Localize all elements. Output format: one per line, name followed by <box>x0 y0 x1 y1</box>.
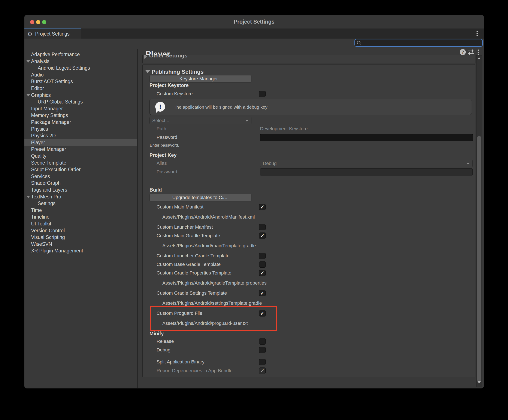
build-row-checkbox[interactable] <box>259 204 265 210</box>
key-password-input[interactable] <box>260 168 473 175</box>
select-value: Select... <box>152 117 169 124</box>
info-box: ! The application will be signed with a … <box>149 99 472 115</box>
build-row-checkbox[interactable] <box>259 232 265 239</box>
custom-keystore-checkbox[interactable] <box>259 91 265 97</box>
build-row-checkbox[interactable] <box>259 224 265 230</box>
titlebar: Project Settings <box>24 15 484 29</box>
alias-dropdown[interactable]: Debug <box>260 160 473 167</box>
settings-category-sidebar: Adaptive PerformanceAnalysisAndroid Logc… <box>24 49 138 388</box>
expander-arrow-icon[interactable] <box>26 196 30 198</box>
build-row-checkbox[interactable] <box>259 310 265 316</box>
sidebar-item[interactable]: Graphics <box>24 92 137 98</box>
sidebar-item[interactable]: Burst AOT Settings <box>24 78 137 85</box>
help-icon[interactable]: ? <box>460 49 466 55</box>
expander-arrow-icon[interactable] <box>26 94 30 97</box>
sidebar-item-label: Player <box>31 140 45 145</box>
kebab-menu-icon[interactable] <box>477 31 478 32</box>
project-settings-window: Project Settings ⚙ Project Settings Adap… <box>24 15 484 388</box>
gear-icon: ⚙ <box>27 31 32 38</box>
section-publishing-settings: Publishing Settings Keystore Manager... … <box>142 64 475 377</box>
sidebar-item[interactable]: XR Plugin Management <box>24 247 137 254</box>
build-row-path: Assets/Plugins/Android/settingsTemplate.… <box>162 300 262 307</box>
build-row-checkbox[interactable] <box>259 261 265 268</box>
expander-arrow-icon[interactable] <box>26 60 30 63</box>
build-row-checkbox[interactable] <box>259 290 265 296</box>
sidebar-item[interactable]: Package Manager <box>24 119 137 126</box>
sidebar-item[interactable]: URP Global Settings <box>24 98 137 105</box>
sidebar-item[interactable]: Player <box>24 139 137 146</box>
sidebar-item[interactable]: Script Execution Order <box>24 166 137 173</box>
alias-label: Alias <box>156 160 167 166</box>
sidebar-item[interactable]: Android Logcat Settings <box>24 65 137 71</box>
scrollbar-thumb[interactable] <box>477 136 481 382</box>
keystore-password-input[interactable] <box>260 134 473 141</box>
sidebar-item-label: Settings <box>38 201 55 206</box>
minify-release-label: Release <box>156 338 174 345</box>
sidebar-item-label: Input Manager <box>31 106 63 112</box>
kebab-menu-icon[interactable] <box>478 50 484 56</box>
presets-icon[interactable] <box>468 49 474 56</box>
minify-debug-label: Debug <box>156 347 170 353</box>
sidebar-item-label: XR Plugin Management <box>31 248 83 254</box>
vertical-scrollbar[interactable] <box>476 55 482 387</box>
sidebar-item[interactable]: Quality <box>24 153 137 159</box>
split-application-binary-checkbox[interactable] <box>259 359 265 365</box>
sidebar-item[interactable]: TextMesh Pro <box>24 193 137 200</box>
sidebar-item[interactable]: UI Toolkit <box>24 220 137 227</box>
sidebar-item[interactable]: Physics <box>24 126 137 132</box>
sidebar-item-label: Graphics <box>31 92 51 98</box>
sidebar-item-label: Scene Template <box>31 160 66 166</box>
tab-project-settings[interactable]: ⚙ Project Settings <box>24 29 81 38</box>
info-icon: ! <box>155 102 165 112</box>
section-other-settings[interactable]: Other Settings <box>142 55 475 63</box>
scroll-down-arrow-icon[interactable] <box>477 381 481 383</box>
sidebar-item[interactable]: Scene Template <box>24 159 137 166</box>
sidebar-item[interactable]: Version Control <box>24 227 137 234</box>
sidebar-item[interactable]: WiseSVN <box>24 241 137 248</box>
build-row-checkbox[interactable] <box>259 253 265 259</box>
build-row-label: Custom Proguard File <box>156 310 202 316</box>
sidebar-item[interactable]: Input Manager <box>24 105 137 112</box>
upgrade-templates-button[interactable]: Upgrade templates to C#... <box>149 194 251 202</box>
sidebar-item[interactable]: Physics 2D <box>24 132 137 139</box>
sidebar-item[interactable]: Memory Settings <box>24 112 137 119</box>
build-row-label: Custom Launcher Gradle Template <box>156 253 230 259</box>
key-password-label: Password <box>156 169 177 175</box>
section-title[interactable]: Publishing Settings <box>152 68 204 75</box>
search-input[interactable] <box>363 40 479 46</box>
sidebar-item-label: TextMesh Pro <box>31 194 61 200</box>
build-row-label: Custom Base Gradle Template <box>156 261 221 268</box>
sidebar-item[interactable]: ShaderGraph <box>24 180 137 187</box>
keystore-select-dropdown[interactable]: Select... <box>149 117 251 124</box>
path-label: Path <box>156 126 166 132</box>
custom-keystore-label: Custom Keystore <box>156 91 193 97</box>
sidebar-list: Adaptive PerformanceAnalysisAndroid Logc… <box>24 49 137 388</box>
scroll-up-arrow-icon[interactable] <box>477 57 481 59</box>
sidebar-item[interactable]: Audio <box>24 71 137 78</box>
sidebar-item[interactable]: Editor <box>24 85 137 92</box>
minify-debug-checkbox[interactable] <box>259 347 265 353</box>
sidebar-item[interactable]: Services <box>24 173 137 180</box>
tab-label: Project Settings <box>35 29 70 38</box>
sidebar-item[interactable]: Adaptive Performance <box>24 51 137 58</box>
sidebar-item-label: Package Manager <box>31 119 71 125</box>
sidebar-item[interactable]: Time <box>24 207 137 214</box>
sidebar-item-label: UI Toolkit <box>31 221 51 226</box>
keystore-manager-button[interactable]: Keystore Manager... <box>149 75 251 82</box>
minify-release-checkbox[interactable] <box>259 338 265 345</box>
sidebar-item[interactable]: Visual Scripting <box>24 234 137 241</box>
sidebar-item[interactable]: Analysis <box>24 58 137 65</box>
sidebar-item-label: Analysis <box>31 59 50 64</box>
sidebar-item[interactable]: Timeline <box>24 213 137 220</box>
sidebar-item[interactable]: Tags and Layers <box>24 187 137 193</box>
expanded-arrow-icon[interactable] <box>145 70 150 73</box>
build-row-path: Assets/Plugins/Android/mainTemplate.grad… <box>162 243 256 249</box>
sidebar-item-label: Editor <box>31 85 44 91</box>
sidebar-item[interactable]: Preset Manager <box>24 146 137 153</box>
search-box[interactable] <box>354 39 483 47</box>
sidebar-item-label: ShaderGraph <box>31 180 61 186</box>
sidebar-item[interactable]: Settings <box>24 200 137 207</box>
build-row-checkbox[interactable] <box>259 270 265 276</box>
info-message: The application will be signed with a de… <box>174 99 267 115</box>
section-title: Other Settings <box>149 55 187 59</box>
